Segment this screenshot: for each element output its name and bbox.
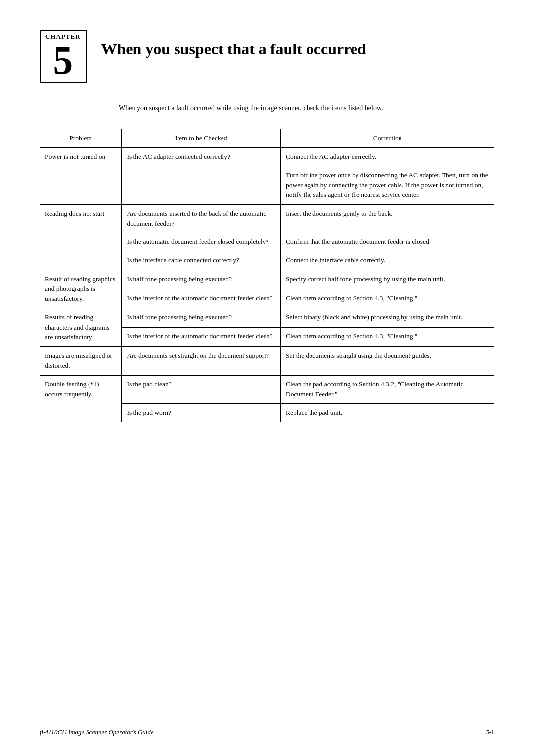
correction-cell: Set the documents straight using the doc… — [281, 347, 494, 376]
col-header-correction: Correction — [281, 129, 494, 147]
footer-title: fi-4110CU Image Scanner Operator's Guide — [40, 728, 154, 736]
problem-cell: Power is not turned on — [40, 147, 122, 204]
table-row: Double feeding (*1) occurs frequently. I… — [40, 375, 494, 404]
chapter-title-area: When you suspect that a fault occurred — [87, 30, 494, 58]
problem-cell: Double feeding (*1) occurs frequently. — [40, 375, 122, 422]
correction-cell: Insert the documents gently to the back. — [281, 204, 494, 233]
col-header-item: Item to be Checked — [122, 129, 281, 147]
table-row: Images are misaligned or distorted. Are … — [40, 347, 494, 376]
chapter-number: 5 — [45, 41, 81, 80]
check-cell: Is the interface cable connected correct… — [122, 251, 281, 270]
footer-page: 5-1 — [486, 728, 494, 736]
chapter-header: CHAPTER 5 When you suspect that a fault … — [40, 30, 494, 83]
check-cell: Is the interior of the automatic documen… — [122, 289, 281, 308]
correction-cell: Specify correct half tone processing by … — [281, 270, 494, 289]
chapter-title: When you suspect that a fault occurred — [101, 40, 494, 58]
correction-cell: Clean the pad according to Section 4.3.2… — [281, 375, 494, 404]
col-header-problem: Problem — [40, 129, 122, 147]
page-footer: fi-4110CU Image Scanner Operator's Guide… — [40, 724, 494, 736]
problem-cell: Results of reading characters and diagra… — [40, 308, 122, 347]
correction-cell: Connect the AC adapter correctly. — [281, 147, 494, 166]
page: CHAPTER 5 When you suspect that a fault … — [0, 0, 534, 756]
check-cell: Is the pad clean? — [122, 375, 281, 404]
table-row: Results of reading characters and diagra… — [40, 308, 494, 328]
correction-cell: Turn off the power once by disconnecting… — [281, 166, 494, 204]
chapter-box: CHAPTER 5 — [40, 30, 87, 83]
table-row: Power is not turned on Is the AC adapter… — [40, 147, 494, 166]
table-row: Result of reading graphics and photograp… — [40, 270, 494, 289]
correction-cell: Clean them according to Section 4.3, "Cl… — [281, 289, 494, 308]
problem-cell: Reading does not start — [40, 204, 122, 270]
check-cell: Is the automatic document feeder closed … — [122, 233, 281, 251]
correction-cell: Select binary (black and white) processi… — [281, 308, 494, 328]
check-cell: — — [122, 166, 281, 204]
check-cell: Are documents set straight on the docume… — [122, 347, 281, 376]
check-cell: Is the interior of the automatic documen… — [122, 328, 281, 347]
check-cell: Are documents inserted to the back of th… — [122, 204, 281, 233]
problem-cell: Images are misaligned or distorted. — [40, 347, 122, 376]
correction-cell: Replace the pad unit. — [281, 404, 494, 422]
problem-cell: Result of reading graphics and photograp… — [40, 270, 122, 308]
correction-cell: Clean them according to Section 4.3, "Cl… — [281, 328, 494, 347]
check-cell: Is half tone processing being executed? — [122, 308, 281, 328]
fault-table: Problem Item to be Checked Correction Po… — [40, 129, 494, 422]
intro-paragraph: When you suspect a fault occurred while … — [119, 103, 465, 114]
table-row: Reading does not start Are documents ins… — [40, 204, 494, 233]
check-cell: Is the pad worn? — [122, 404, 281, 422]
correction-cell: Connect the interface cable correctly. — [281, 251, 494, 270]
check-cell: Is the AC adapter connected correctly? — [122, 147, 281, 166]
correction-cell: Confirm that the automatic document feed… — [281, 233, 494, 251]
check-cell: Is half tone processing being executed? — [122, 270, 281, 289]
